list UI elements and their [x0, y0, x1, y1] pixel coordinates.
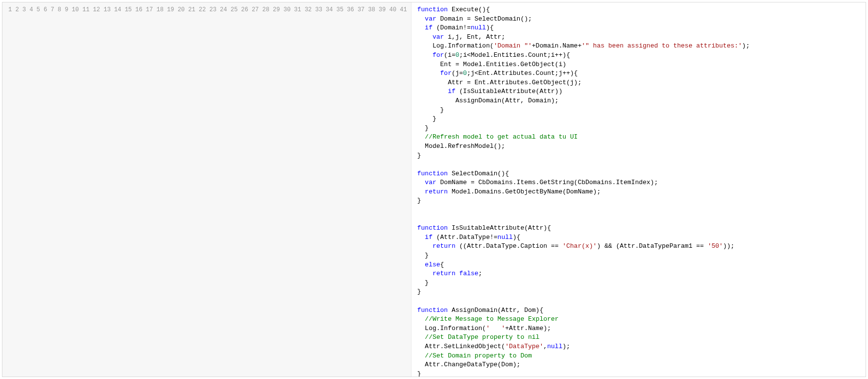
code-line[interactable]: else{ [417, 261, 860, 270]
code-line[interactable] [417, 206, 860, 215]
code-line[interactable]: var i,j, Ent, Attr; [417, 33, 860, 42]
code-line[interactable]: var Domain = SelectDomain(); [417, 15, 860, 24]
code-line[interactable]: var DomName = CbDomains.Items.GetString(… [417, 178, 860, 188]
code-line[interactable]: Attr.SetLinkedObject('DataType',null); [417, 342, 860, 352]
code-line[interactable]: Attr.ChangeDataType(Dom); [417, 360, 860, 370]
code-line[interactable]: } [417, 251, 860, 261]
code-line[interactable]: } [417, 287, 860, 297]
code-line[interactable]: Ent = Model.Entities.GetObject(i) [417, 60, 860, 70]
line-number-gutter: 1 2 3 4 5 6 7 8 9 10 11 12 13 14 15 16 1… [2, 2, 411, 377]
code-line[interactable] [417, 215, 860, 224]
code-line[interactable]: //Refresh model to get actual data tu UI [417, 133, 860, 142]
code-line[interactable]: function AssignDomain(Attr, Dom){ [417, 306, 860, 315]
code-line[interactable] [417, 160, 860, 169]
code-line[interactable]: } [417, 279, 860, 288]
code-line[interactable]: } [417, 196, 860, 206]
code-line[interactable]: Log.Information(' '+Attr.Name); [417, 324, 860, 333]
code-line[interactable]: return ((Attr.DataType.Caption == 'Char(… [417, 242, 860, 251]
code-line[interactable]: Model.RefreshModel(); [417, 142, 860, 151]
code-line[interactable]: if (Attr.DataType!=null){ [417, 233, 860, 242]
code-line[interactable]: function Execute(){ [417, 5, 860, 15]
code-line[interactable]: AssignDomain(Attr, Domain); [417, 96, 860, 106]
code-line[interactable]: //Set Domain property to Dom [417, 352, 860, 361]
code-line[interactable]: } [417, 115, 860, 124]
code-editor[interactable]: 1 2 3 4 5 6 7 8 9 10 11 12 13 14 15 16 1… [2, 2, 866, 377]
code-line[interactable] [417, 297, 860, 306]
code-line[interactable]: } [417, 370, 860, 377]
code-line[interactable]: //Write Message to Message Explorer [417, 315, 860, 324]
code-line[interactable]: for(j=0;j<Ent.Attributes.Count;j++){ [417, 69, 860, 78]
code-line[interactable]: //Set DataType property to nil [417, 333, 860, 342]
code-line[interactable]: return Model.Domains.GetObjectByName(Dom… [417, 188, 860, 197]
code-line[interactable]: Attr = Ent.Attributes.GetObject(j); [417, 78, 860, 88]
code-line[interactable]: } [417, 124, 860, 133]
code-line[interactable]: return false; [417, 269, 860, 279]
code-line[interactable]: if (Domain!=null){ [417, 24, 860, 33]
code-line[interactable]: function SelectDomain(){ [417, 169, 860, 179]
code-area[interactable]: function Execute(){ var Domain = SelectD… [411, 2, 866, 377]
code-line[interactable]: function IsSuitableAttribute(Attr){ [417, 224, 860, 233]
code-line[interactable]: if (IsSuitableAttribute(Attr)) [417, 87, 860, 96]
code-line[interactable]: } [417, 106, 860, 115]
code-line[interactable]: } [417, 151, 860, 161]
code-line[interactable]: for(i=0;i<Model.Entities.Count;i++){ [417, 51, 860, 60]
code-line[interactable]: Log.Information('Domain "'+Domain.Name+'… [417, 42, 860, 51]
